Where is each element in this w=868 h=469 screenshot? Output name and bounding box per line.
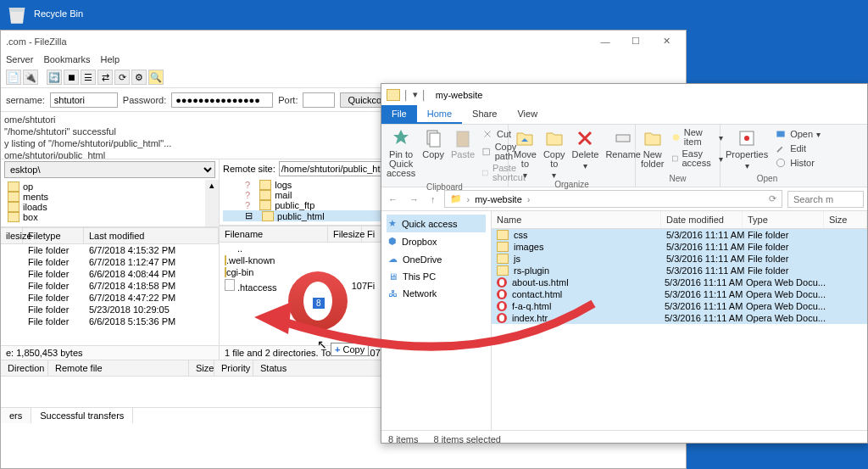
svg-rect-5 — [616, 135, 630, 142]
easyaccess-button[interactable]: Easy access▾ — [671, 149, 723, 168]
local-path-select[interactable]: esktop\ — [4, 161, 215, 178]
recycle-bin[interactable]: Recycle Bin — [5, 2, 83, 25]
svg-point-6 — [672, 134, 679, 141]
forward-button[interactable]: → — [406, 194, 422, 204]
tab-successful-transfers[interactable]: Successful transfers — [31, 408, 133, 423]
menu-help[interactable]: Help — [100, 54, 120, 64]
menu-server[interactable]: Server — [6, 54, 33, 64]
pasteshortcut-button[interactable]: Paste shortcut — [481, 164, 530, 182]
filezilla-menubar: Server Bookmarks Help — [1, 52, 686, 67]
explorer-navbar: ← → ↑ 📁 › my-website › ⟳ — [381, 187, 867, 211]
local-list-header[interactable]: ilesize Filetype Last modified — [1, 227, 219, 244]
local-row[interactable]: File folder5/23/2018 10:29:05 — [1, 304, 219, 315]
file-row[interactable]: rs-plugin5/3/2016 11:11 AMFile folder — [492, 265, 867, 276]
delete-button[interactable]: Delete▾ — [572, 128, 599, 170]
local-row[interactable]: File folder6/6/2018 4:08:44 PM — [1, 268, 219, 280]
sidebar-item-network[interactable]: 🖧Network — [387, 285, 486, 302]
local-row[interactable]: File folder6/7/2018 4:18:58 PM — [1, 280, 219, 292]
open-button[interactable]: Open▾ — [775, 128, 821, 140]
copyto-button[interactable]: Copy to▾ — [543, 128, 565, 180]
file-row[interactable]: js5/3/2016 11:11 AMFile folder — [492, 253, 867, 265]
port-label: Port: — [278, 95, 298, 105]
tb-refresh-icon[interactable]: 🔄 — [47, 70, 62, 85]
tab-share[interactable]: Share — [462, 105, 507, 124]
close-button[interactable]: ✕ — [652, 33, 681, 50]
username-label: sername: — [6, 95, 45, 105]
maximize-button[interactable]: ☐ — [621, 33, 650, 50]
local-row[interactable]: File folder6/7/2018 4:47:22 PM — [1, 292, 219, 304]
breadcrumb[interactable]: 📁 › my-website › ⟳ — [444, 190, 783, 208]
tb-compare-icon[interactable]: ⇄ — [97, 70, 113, 85]
file-row[interactable]: images5/3/2016 11:11 AMFile folder — [492, 241, 867, 253]
column-headers[interactable]: Name Date modified Type Size — [492, 211, 867, 229]
filezilla-titlebar[interactable]: .com - FileZilla — ☐ ✕ — [1, 31, 686, 52]
history-button[interactable]: Histor — [775, 157, 821, 169]
local-file-list[interactable]: File folder6/7/2018 4:15:32 PMFile folde… — [1, 244, 219, 345]
newfolder-button[interactable]: New folder — [641, 128, 665, 169]
ribbon-tabs: File Home Share View — [381, 105, 867, 125]
local-pane: esktop\ op ments iloads box ▴ ilesize Fi… — [1, 159, 220, 360]
tb-queue-icon[interactable]: ☰ — [81, 70, 96, 85]
properties-button[interactable]: Properties▾ — [726, 128, 768, 170]
local-row[interactable]: File folder6/7/2018 1:12:47 PM — [1, 256, 219, 268]
search-input[interactable] — [787, 191, 864, 208]
file-row[interactable]: css5/3/2016 11:11 AMFile folder — [492, 229, 867, 241]
file-row[interactable]: about-us.html5/3/2016 11:11 AMOpera Web … — [492, 276, 867, 288]
svg-rect-1 — [430, 133, 440, 147]
tab-file[interactable]: File — [381, 105, 417, 124]
tb-search-icon[interactable]: 🔍 — [148, 70, 164, 85]
file-row[interactable]: f-a-q.html5/3/2016 11:11 AMOpera Web Doc… — [492, 300, 867, 312]
local-row[interactable]: File folder6/6/2018 5:15:36 PM — [1, 315, 219, 327]
opera-icon — [497, 301, 507, 311]
svg-point-9 — [744, 136, 749, 141]
tab-failed-transfers[interactable]: ers — [1, 408, 31, 423]
file-row[interactable]: index.htr5/3/2016 11:11 AMOpera Web Docu… — [492, 312, 867, 324]
ribbon: Pin to Quick access Copy Paste Cut Copy … — [381, 125, 867, 187]
scrollbar[interactable]: ▴ — [205, 180, 219, 226]
explorer-window: │ ▾ │ my-website File Home Share View Pi… — [381, 83, 868, 444]
folder-icon — [387, 89, 400, 101]
file-row[interactable]: contact.html5/3/2016 11:11 AMOpera Web D… — [492, 288, 867, 300]
tb-connect-icon[interactable]: 🔌 — [23, 70, 38, 85]
tb-sync-icon[interactable]: ⟳ — [114, 70, 130, 85]
tab-home[interactable]: Home — [417, 105, 462, 124]
filezilla-title: .com - FileZilla — [6, 36, 591, 47]
edit-button[interactable]: Edit — [775, 142, 821, 154]
password-label: Password: — [123, 95, 166, 105]
paste-button[interactable]: Paste — [451, 128, 475, 159]
svg-rect-3 — [483, 148, 490, 155]
network-icon: 🖧 — [388, 288, 398, 299]
tb-filter-icon[interactable]: ⚙ — [131, 70, 147, 85]
pin-button[interactable]: Pin to Quick access — [387, 128, 415, 178]
opera-icon — [497, 277, 507, 288]
password-input[interactable] — [171, 92, 273, 108]
port-input[interactable] — [303, 92, 335, 108]
username-input[interactable] — [50, 92, 118, 108]
folder-icon — [497, 242, 509, 252]
back-button[interactable]: ← — [385, 194, 401, 204]
local-row[interactable]: File folder6/7/2018 4:15:32 PM — [1, 244, 219, 256]
sidebar-item-quick-access[interactable]: ★Quick access — [387, 215, 486, 232]
up-button[interactable]: ↑ — [427, 194, 439, 204]
sidebar-item-this-pc[interactable]: 🖥This PC — [387, 268, 486, 285]
svg-point-10 — [776, 159, 784, 166]
file-list[interactable]: css5/3/2016 11:11 AMFile folderimages5/3… — [492, 229, 867, 430]
explorer-titlebar[interactable]: │ ▾ │ my-website — [381, 84, 867, 105]
onedrive-icon: ☁ — [388, 254, 398, 265]
tb-sitemanager-icon[interactable]: 📄 — [6, 70, 21, 85]
opera-icon — [497, 313, 507, 323]
folder-icon — [497, 265, 509, 276]
minimize-button[interactable]: — — [591, 33, 620, 50]
local-tree[interactable]: op ments iloads box ▴ — [1, 180, 219, 227]
newitem-button[interactable]: New item▾ — [671, 128, 723, 147]
menu-bookmarks[interactable]: Bookmarks — [43, 54, 90, 64]
local-status: e: 1,850,453 bytes — [1, 345, 219, 360]
sidebar-item-onedrive[interactable]: ☁OneDrive — [387, 250, 486, 268]
refresh-icon[interactable]: ⟳ — [769, 193, 776, 204]
svg-rect-2 — [457, 131, 469, 147]
copy-button[interactable]: Copy — [422, 128, 444, 159]
sidebar-item-dropbox[interactable]: ⬢Dropbox — [387, 232, 486, 250]
folder-icon — [497, 230, 509, 240]
tab-view[interactable]: View — [507, 105, 548, 124]
tb-stop-icon[interactable]: ⏹ — [64, 70, 79, 85]
